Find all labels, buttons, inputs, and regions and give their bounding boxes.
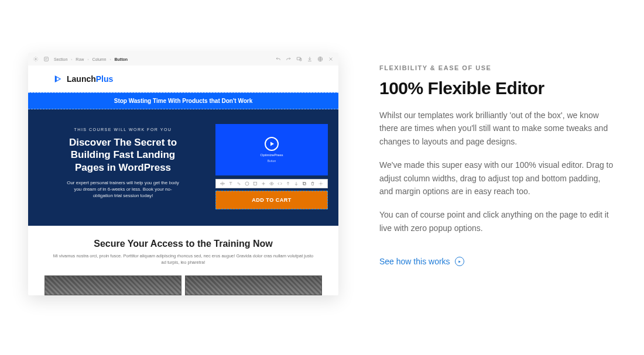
globe-icon[interactable] [317, 56, 323, 62]
editor-preview: Section › Row › Column › Button LaunchPl… [28, 53, 338, 295]
code-icon[interactable] [278, 181, 282, 186]
editor-top-toolbar: Section › Row › Column › Button [28, 53, 338, 66]
video-placeholder[interactable]: OptimizePress Button [215, 124, 328, 175]
section-headline: 100% Flexible Editor [379, 78, 614, 98]
launchplus-logo-icon [53, 74, 63, 84]
text-icon[interactable] [228, 181, 233, 186]
svg-point-5 [245, 182, 249, 185]
video-brand-label: OptimizePress [260, 153, 283, 157]
trash-icon[interactable] [310, 181, 315, 186]
link-icon[interactable] [237, 181, 241, 186]
site-brand-bar: LaunchPlus [28, 66, 338, 92]
hero-subtitle: Our expert personal trainers will help y… [64, 180, 181, 199]
paragraph: Whilst our templates work brilliantly 'o… [379, 109, 614, 148]
hero-eyebrow: THIS COURSE WILL WORK FOR YOU [39, 127, 207, 132]
settings-icon[interactable] [318, 181, 323, 186]
hero-copy: THIS COURSE WILL WORK FOR YOU Discover T… [39, 124, 207, 209]
move-icon[interactable] [220, 181, 225, 186]
plus-icon[interactable] [261, 181, 266, 186]
svg-point-7 [271, 183, 272, 184]
devices-icon[interactable] [296, 56, 302, 62]
chevron-right-icon: › [87, 57, 88, 61]
svg-point-0 [35, 58, 37, 60]
breadcrumb-item[interactable]: Column [92, 57, 106, 61]
announcement-strip: Stop Wasting Time With Products that Don… [28, 92, 338, 109]
gear-icon[interactable] [33, 56, 39, 62]
svg-rect-1 [44, 57, 49, 61]
svg-rect-6 [254, 182, 256, 185]
section-eyebrow: FLEXIBILITY & EASE OF USE [379, 64, 614, 71]
secure-section: Secure Your Access to the Training Now M… [28, 226, 338, 273]
undo-icon[interactable] [275, 56, 281, 62]
hero-section: THIS COURSE WILL WORK FOR YOU Discover T… [28, 109, 338, 226]
palette-icon[interactable] [245, 181, 249, 186]
svg-rect-3 [300, 58, 302, 61]
breadcrumb-item[interactable]: Row [76, 57, 84, 61]
gallery-image [44, 275, 181, 295]
duplicate-icon[interactable] [302, 181, 307, 186]
svg-point-10 [320, 183, 321, 184]
chevron-right-icon: › [110, 57, 111, 61]
breadcrumb-item-active[interactable]: Button [115, 57, 128, 61]
download-icon[interactable] [307, 56, 313, 62]
brand-name: LaunchPlus [67, 74, 113, 84]
secure-title: Secure Your Access to the Training Now [52, 239, 315, 249]
arrow-down-icon[interactable] [294, 181, 299, 186]
breadcrumb: Section › Row › Column › Button [54, 57, 128, 61]
see-how-link[interactable]: See how this works [379, 257, 464, 266]
eye-icon[interactable] [269, 181, 274, 186]
play-icon [265, 137, 279, 151]
breadcrumb-item[interactable]: Section [54, 57, 67, 61]
gallery-image [185, 275, 322, 295]
redo-icon[interactable] [286, 56, 292, 62]
hero-title: Discover The Secret to Building Fast Lan… [61, 136, 184, 174]
element-toolbar [215, 179, 328, 188]
hero-media-column: OptimizePress Button ADD TO CART [215, 124, 328, 209]
box-icon[interactable] [253, 181, 258, 186]
image-gallery [28, 273, 338, 295]
close-icon[interactable] [328, 56, 334, 62]
secure-subtitle: Mi vivamus nostra orci, proin fusce. Por… [52, 253, 315, 266]
chevron-right-icon: › [71, 57, 72, 61]
svg-rect-8 [304, 183, 306, 185]
arrow-up-icon[interactable] [286, 181, 290, 186]
link-label: See how this works [379, 257, 450, 266]
note-icon[interactable] [43, 56, 49, 62]
video-element-label: Button [268, 159, 276, 163]
add-to-cart-button[interactable]: ADD TO CART [215, 191, 328, 209]
svg-rect-9 [303, 182, 305, 184]
paragraph: We've made this super easy with our 100%… [379, 158, 614, 198]
marketing-copy: FLEXIBILITY & EASE OF USE 100% Flexible … [379, 53, 614, 267]
paragraph: You can of course point and click anythi… [379, 208, 614, 235]
play-circle-icon [455, 257, 464, 266]
